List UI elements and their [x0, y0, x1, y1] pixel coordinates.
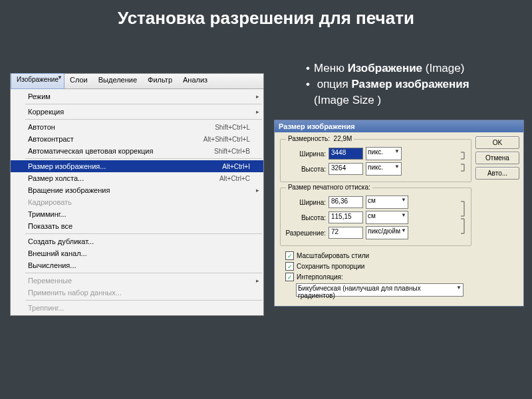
bullets: Меню Изображение (Image) опция Размер из…: [279, 61, 469, 108]
mi-trap: Треппинг...: [11, 302, 263, 314]
mi-reveal[interactable]: Показать все: [11, 220, 263, 232]
mi-autocolor[interactable]: Автоматическая цветовая коррекцияShift+C…: [11, 145, 263, 157]
mi-rotate[interactable]: Вращение изображения: [11, 184, 263, 196]
mi-adjustments[interactable]: Коррекция: [11, 106, 263, 118]
resolution-unit[interactable]: пикс/дюйм: [366, 226, 408, 239]
image-menu: Изображение Слои Выделение Фильтр Анализ…: [10, 73, 264, 316]
mi-trim[interactable]: Тримминг...: [11, 208, 263, 220]
resolution-input[interactable]: 72: [329, 227, 363, 239]
ok-button[interactable]: OK: [475, 136, 519, 149]
mi-crop: Кадрировать: [11, 196, 263, 208]
link-icon: [460, 150, 467, 173]
auto-button[interactable]: Авто...: [475, 167, 519, 180]
pixel-height-unit[interactable]: пикс.: [366, 162, 402, 176]
menu-layers[interactable]: Слои: [65, 74, 93, 88]
mi-duplicate[interactable]: Создать дубликат...: [11, 235, 263, 247]
mi-autocontrast[interactable]: АвтоконтрастAlt+Shift+Ctrl+L: [11, 133, 263, 145]
menu-select[interactable]: Выделение: [93, 74, 142, 88]
mi-calc[interactable]: Вычисления...: [11, 259, 263, 271]
pixel-height-input[interactable]: 3264: [329, 163, 363, 175]
pixel-dimensions: Размерность: 22,9М Ширина:3448пикс. Высо…: [280, 139, 471, 182]
scale-styles-check[interactable]: ✓Масштабировать стили: [285, 251, 471, 260]
menubar: Изображение Слои Выделение Фильтр Анализ: [11, 74, 263, 89]
doc-height-unit[interactable]: см: [366, 211, 408, 224]
resample-check[interactable]: ✓Интерполяция:: [285, 273, 471, 281]
pixel-width-unit[interactable]: пикс.: [366, 147, 402, 160]
mi-variables: Переменные: [11, 275, 263, 287]
doc-width-unit[interactable]: см: [366, 196, 408, 209]
menu-filter[interactable]: Фильтр: [142, 74, 178, 88]
document-size: Размер печатного оттиска: Ширина:86,36см…: [280, 188, 471, 246]
mi-applyds: Применить набор данных...: [11, 287, 263, 299]
resample-method[interactable]: Бикубическая (наилучшая для плавных град…: [296, 283, 464, 297]
image-size-dialog: Размер изображения OK Отмена Авто... Раз…: [274, 120, 524, 307]
dialog-title: Размер изображения: [275, 120, 523, 132]
doc-height-input[interactable]: 115,15: [329, 211, 363, 223]
cancel-button[interactable]: Отмена: [475, 152, 519, 164]
mi-imagesize[interactable]: Размер изображения...Alt+Ctrl+I: [11, 160, 263, 172]
mi-mode[interactable]: Режим: [11, 90, 263, 102]
menu-analysis[interactable]: Анализ: [178, 74, 213, 88]
constrain-check[interactable]: ✓Сохранить пропорции: [285, 262, 471, 271]
menu-image[interactable]: Изображение: [11, 73, 65, 89]
link-icon: [460, 200, 467, 235]
pixel-width-input[interactable]: 3448: [329, 148, 363, 160]
doc-width-input[interactable]: 86,36: [329, 196, 363, 208]
mi-apply[interactable]: Внешний канал...: [11, 247, 263, 259]
mi-autotone[interactable]: АвтотонShift+Ctrl+L: [11, 121, 263, 133]
slide-title: Установка разрешения для печати: [0, 8, 532, 29]
mi-canvassize[interactable]: Размер холста...Alt+Ctrl+C: [11, 172, 263, 184]
